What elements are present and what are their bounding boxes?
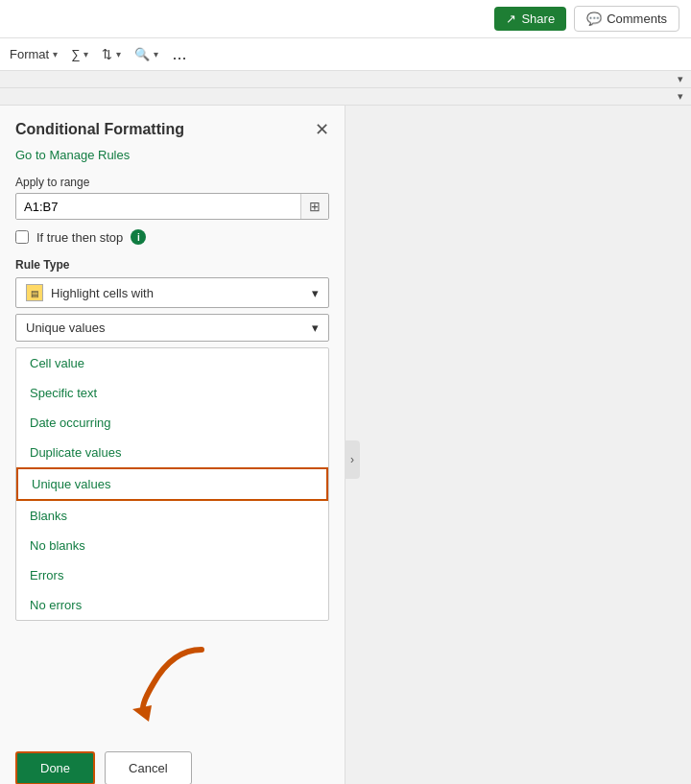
dropdown-item-unique-values[interactable]: Unique values: [16, 467, 328, 501]
arrow-annotation: [15, 640, 329, 726]
dropdown-item-date-occurring[interactable]: Date occurring: [16, 408, 328, 438]
chevron-down-icon-4: ▾: [154, 49, 158, 59]
format-label: Format: [10, 47, 49, 61]
format-menu[interactable]: Format ▾: [10, 47, 58, 61]
rule-subtype-dropdown[interactable]: Unique values ▾: [15, 314, 329, 342]
chevron-down-icon-3: ▾: [116, 49, 121, 59]
share-label: Share: [521, 12, 555, 26]
highlight-rule-icon: ▤: [26, 284, 43, 301]
collapse-row-2: ▾: [0, 88, 691, 106]
close-button[interactable]: ✕: [315, 121, 329, 138]
if-true-then-stop-checkbox[interactable]: [15, 230, 29, 244]
manage-rules-link[interactable]: Go to Manage Rules: [15, 148, 329, 162]
conditional-formatting-panel: Conditional Formatting ✕ Go to Manage Ru…: [0, 106, 346, 784]
top-bar: ↗ Share 💬 Comments: [0, 0, 691, 38]
sum-label: ∑: [71, 47, 80, 61]
dropdown-item-duplicate-values[interactable]: Duplicate values: [16, 438, 328, 467]
comment-icon: 💬: [586, 12, 602, 26]
more-options-button[interactable]: ...: [172, 44, 186, 64]
comments-label: Comments: [607, 12, 667, 26]
panel-header: Conditional Formatting ✕: [15, 121, 329, 138]
share-button[interactable]: ↗ Share: [494, 7, 566, 31]
dropdown-item-errors[interactable]: Errors: [16, 560, 328, 590]
main-area: Conditional Formatting ✕ Go to Manage Ru…: [0, 106, 691, 784]
dropdown-item-no-errors[interactable]: No errors: [16, 590, 328, 620]
chevron-down-icon-5: ▾: [312, 286, 319, 300]
collapse-arrow-2[interactable]: ▾: [678, 90, 683, 103]
cancel-button[interactable]: Cancel: [105, 751, 191, 784]
chevron-down-icon-2: ▾: [83, 49, 88, 59]
svg-marker-0: [132, 705, 152, 722]
if-true-then-stop-row: If true then stop i: [15, 229, 329, 245]
collapse-row-1: ▾: [0, 71, 691, 88]
search-menu[interactable]: 🔍 ▾: [134, 47, 158, 61]
dropdown-item-no-blanks[interactable]: No blanks: [16, 531, 328, 560]
dropdown-item-blanks[interactable]: Blanks: [16, 501, 328, 531]
grid-icon: ⊞: [309, 199, 321, 214]
expand-panel-arrow[interactable]: ›: [345, 440, 360, 479]
chevron-down-icon-6: ▾: [312, 321, 319, 335]
dropdown-item-cell-value[interactable]: Cell value: [16, 348, 328, 378]
info-icon[interactable]: i: [131, 229, 146, 245]
toolbar: Format ▾ ∑ ▾ ⇅ ▾ 🔍 ▾ ...: [0, 38, 691, 71]
done-button[interactable]: Done: [15, 751, 95, 784]
dropdown-list: Cell value Specific text Date occurring …: [15, 347, 329, 621]
sort-label: ⇅: [102, 47, 112, 61]
sum-menu[interactable]: ∑ ▾: [71, 47, 88, 61]
if-true-then-stop-label: If true then stop: [36, 230, 123, 245]
rule-type-label: Rule Type: [15, 258, 329, 272]
apply-to-range-label: Apply to range: [15, 176, 329, 189]
dropdown-item-specific-text[interactable]: Specific text: [16, 378, 328, 408]
highlight-cells-dropdown[interactable]: ▤ Highlight cells with ▾: [15, 277, 329, 308]
sort-menu[interactable]: ⇅ ▾: [102, 47, 121, 61]
chevron-down-icon: ▾: [53, 49, 58, 59]
bottom-buttons: Done Cancel: [15, 742, 329, 784]
range-input[interactable]: [16, 195, 300, 219]
panel-title: Conditional Formatting: [15, 121, 184, 138]
collapse-arrow-1[interactable]: ▾: [678, 73, 683, 85]
spreadsheet-area: [346, 106, 691, 784]
range-picker-button[interactable]: ⊞: [300, 194, 328, 219]
search-icon: 🔍: [134, 47, 150, 61]
highlight-cells-label: Highlight cells with: [51, 286, 154, 300]
rule-subtype-label: Unique values: [26, 321, 105, 335]
range-input-row: ⊞: [15, 193, 329, 220]
dropdown-btn-inner: ▤ Highlight cells with: [26, 284, 154, 301]
share-icon: ↗: [506, 12, 516, 26]
comments-button[interactable]: 💬 Comments: [574, 6, 679, 32]
arrow-svg: [115, 640, 230, 726]
